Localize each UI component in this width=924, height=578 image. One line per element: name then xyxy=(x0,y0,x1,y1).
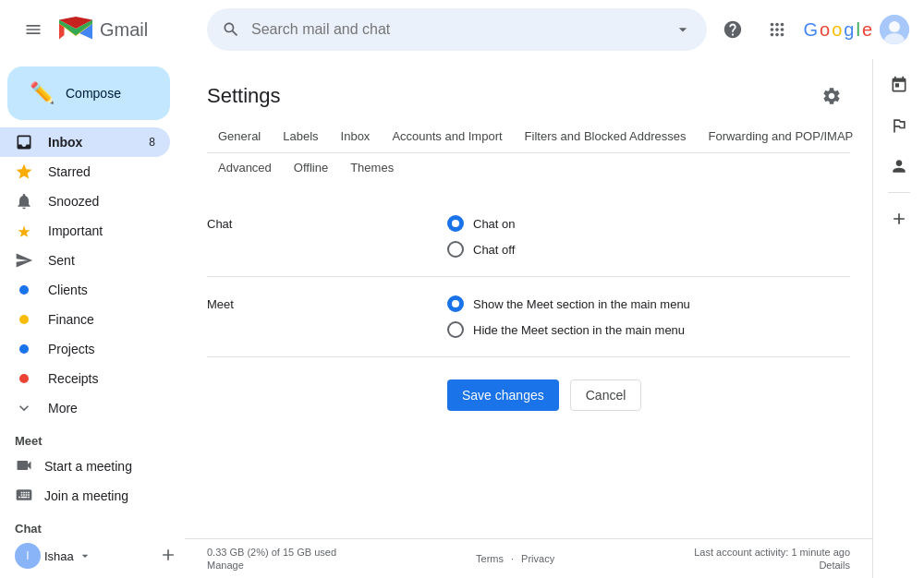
sidebar-item-more[interactable]: More xyxy=(0,393,170,423)
search-dropdown-icon[interactable] xyxy=(674,20,692,39)
tab-inbox[interactable]: Inbox xyxy=(330,122,382,152)
apps-icon-btn[interactable] xyxy=(759,11,796,48)
sidebar-item-receipts[interactable]: Receipts xyxy=(0,364,170,393)
projects-label: Projects xyxy=(48,342,95,356)
sidebar-item-start-meeting[interactable]: Start a meeting xyxy=(0,452,170,481)
sidebar-item-sent[interactable]: Sent xyxy=(0,246,170,275)
topbar-left: Gmail xyxy=(15,11,200,48)
right-panel-divider xyxy=(888,192,910,193)
meet-settings-row: Meet Show the Meet section in the main m… xyxy=(207,277,850,357)
contacts-icon-btn[interactable] xyxy=(881,148,918,185)
chat-off-radio[interactable] xyxy=(447,241,464,258)
starred-icon xyxy=(15,163,33,181)
chat-current-user[interactable]: I Ishaa xyxy=(15,543,92,569)
terms-link[interactable]: Terms xyxy=(476,553,504,564)
search-icon xyxy=(222,20,240,39)
sidebar-item-important[interactable]: Important xyxy=(0,216,170,246)
receipts-label: Receipts xyxy=(48,371,98,386)
sidebar-item-projects[interactable]: Projects xyxy=(0,334,170,364)
more-label: More xyxy=(48,401,78,415)
tasks-icon-btn[interactable] xyxy=(881,107,918,144)
chat-user-name-text: Ishaa xyxy=(44,549,74,563)
last-activity: Last account activity: 1 minute ago Deta… xyxy=(694,547,850,571)
meet-section-label: Meet xyxy=(0,423,185,452)
meet-hide-option[interactable]: Hide the Meet section in the main menu xyxy=(447,321,690,338)
sent-icon xyxy=(15,251,33,270)
join-meeting-label: Join a meeting xyxy=(44,488,128,503)
chat-options: Chat on Chat off xyxy=(447,215,516,258)
google-logo: Google xyxy=(803,19,872,41)
tab-themes[interactable]: Themes xyxy=(339,153,405,182)
avatar[interactable] xyxy=(880,15,909,44)
inbox-label: Inbox xyxy=(48,135,82,150)
sidebar-item-inbox[interactable]: Inbox 8 xyxy=(0,127,170,157)
tab-addons[interactable]: Add-ons xyxy=(864,122,872,152)
menu-button[interactable] xyxy=(15,11,52,48)
keyboard-icon xyxy=(15,486,33,507)
meet-hide-radio[interactable] xyxy=(447,321,464,338)
chat-off-label: Chat off xyxy=(473,243,515,257)
chat-off-option[interactable]: Chat off xyxy=(447,241,516,258)
tab-filters[interactable]: Filters and Blocked Addresses xyxy=(514,122,698,152)
chat-avatar: I xyxy=(15,543,41,569)
manage-link[interactable]: Manage xyxy=(207,560,336,571)
svg-point-1 xyxy=(889,21,900,32)
search-input[interactable] xyxy=(251,21,663,38)
sidebar-item-join-meeting[interactable]: Join a meeting xyxy=(0,481,170,511)
settings-header: Settings xyxy=(185,59,872,114)
search-bar xyxy=(207,8,707,51)
inbox-badge: 8 xyxy=(149,136,155,149)
sidebar-item-clients[interactable]: Clients xyxy=(0,275,170,305)
chat-settings-label: Chat xyxy=(207,215,392,231)
tab-general[interactable]: General xyxy=(207,122,272,152)
compose-button[interactable]: ✏️ Compose xyxy=(7,66,170,120)
meet-hide-label: Hide the Meet section in the main menu xyxy=(473,323,685,337)
meet-options: Show the Meet section in the main menu H… xyxy=(447,295,690,338)
new-chat-button[interactable] xyxy=(159,546,177,567)
last-activity-text: Last account activity: 1 minute ago xyxy=(694,547,850,558)
storage-info: 0.33 GB (2%) of 15 GB used Manage xyxy=(207,547,336,571)
footer-links: Terms · Privacy xyxy=(476,553,554,564)
important-icon xyxy=(15,222,33,240)
sidebar-item-snoozed[interactable]: Snoozed xyxy=(0,187,170,216)
sidebar: ✏️ Compose Inbox 8 Starred Snoozed xyxy=(0,59,185,578)
cancel-button[interactable]: Cancel xyxy=(570,379,642,411)
finance-icon xyxy=(15,310,33,329)
sidebar-item-finance[interactable]: Finance xyxy=(0,305,170,334)
meet-show-radio[interactable] xyxy=(447,295,464,312)
chevron-down-icon xyxy=(78,548,92,563)
action-buttons: Save changes Cancel xyxy=(447,357,850,433)
sent-label: Sent xyxy=(48,253,75,268)
snoozed-icon xyxy=(15,192,33,211)
inbox-icon xyxy=(15,133,33,151)
important-label: Important xyxy=(48,223,103,238)
gmail-logo: Gmail xyxy=(59,17,148,42)
sidebar-item-starred[interactable]: Starred xyxy=(0,157,170,187)
support-icon-btn[interactable] xyxy=(714,11,751,48)
tab-accounts[interactable]: Accounts and Import xyxy=(381,122,513,152)
settings-gear-button[interactable] xyxy=(813,78,850,114)
finance-label: Finance xyxy=(48,312,94,327)
right-panel: Settings General Labels Inbox Accounts a… xyxy=(185,59,924,578)
add-app-button[interactable] xyxy=(881,200,918,237)
tab-forwarding[interactable]: Forwarding and POP/IMAP xyxy=(697,122,864,152)
clients-icon xyxy=(15,281,33,299)
tab-advanced[interactable]: Advanced xyxy=(207,153,283,182)
tab-offline[interactable]: Offline xyxy=(283,153,339,182)
clients-label: Clients xyxy=(48,283,88,297)
receipts-icon xyxy=(15,369,33,388)
content-area: Settings General Labels Inbox Accounts a… xyxy=(185,59,872,578)
meet-show-option[interactable]: Show the Meet section in the main menu xyxy=(447,295,690,312)
settings-title: Settings xyxy=(207,84,281,108)
privacy-link[interactable]: Privacy xyxy=(521,553,554,564)
main-layout: ✏️ Compose Inbox 8 Starred Snoozed xyxy=(0,59,924,578)
compose-icon: ✏️ xyxy=(30,81,55,105)
chat-item-earl-knight[interactable]: E Earl Knight Sounds great! xyxy=(0,572,185,578)
chat-on-option[interactable]: Chat on xyxy=(447,215,516,232)
details-link[interactable]: Details xyxy=(819,560,850,571)
chat-on-radio[interactable] xyxy=(447,215,464,232)
meet-settings-label: Meet xyxy=(207,295,392,311)
save-button[interactable]: Save changes xyxy=(447,379,559,411)
calendar-icon-btn[interactable] xyxy=(881,66,918,103)
tab-labels[interactable]: Labels xyxy=(272,122,329,152)
